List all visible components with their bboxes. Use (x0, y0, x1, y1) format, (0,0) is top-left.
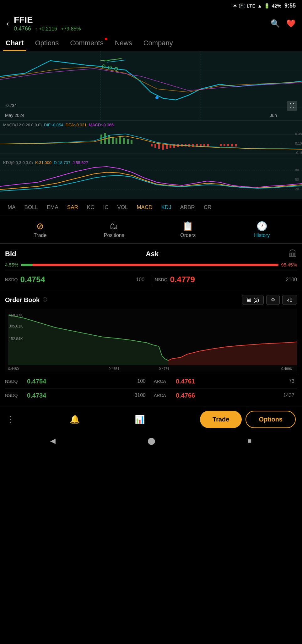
history-icon: 🕐 (256, 221, 267, 231)
ob-bid-price-2: 0.4734 (27, 392, 46, 399)
indicator-ma[interactable]: MA (3, 203, 20, 212)
ticker-info: FFIE 0.4766 ↑ +0.2116 +79.85% (14, 15, 266, 32)
bid-price: 0.4754 (20, 275, 45, 284)
svg-rect-24 (151, 144, 153, 146)
ask-price: 0.4779 (170, 275, 195, 284)
macd-label: MACD(12.0,26.0,9.0) DIF:-0.054 DEA:-0.02… (3, 123, 114, 127)
positions-icon: 🗂 (110, 221, 118, 231)
ob-filter-button[interactable]: ⚙ (266, 295, 280, 305)
svg-rect-16 (104, 133, 106, 144)
ask-exchange: NSDQ (155, 277, 167, 282)
indicator-ic[interactable]: IC (99, 203, 113, 212)
chart-price-label: -0.734 (5, 103, 17, 108)
indicator-kdj[interactable]: KDJ (157, 203, 176, 212)
indicator-macd[interactable]: MACD (132, 203, 157, 212)
trade-nav-positions[interactable]: 🗂 Positions (98, 221, 130, 238)
svg-rect-15 (100, 135, 102, 144)
bid-pct: 4.55% (5, 262, 19, 267)
signal-icon: ▲ (257, 3, 262, 8)
tab-comments[interactable]: Comments (67, 35, 106, 51)
svg-text:0.4996: 0.4996 (281, 367, 292, 371)
main-chart[interactable]: -0.734 May 2024 Jun ⛶ (0, 51, 302, 120)
trade-icon: ⊘ (36, 221, 44, 231)
lte-label: LTE (247, 3, 256, 8)
options-button[interactable]: Options (245, 411, 296, 428)
indicator-ema[interactable]: EMA (42, 203, 63, 212)
bank-btn-label: (2) (253, 297, 259, 303)
fullscreen-button[interactable]: ⛶ (287, 101, 297, 111)
indicator-vol[interactable]: VOL (113, 203, 132, 212)
svg-rect-20 (119, 136, 121, 144)
orders-label: Orders (180, 233, 196, 238)
macd-dea: DEA:-0.021 (66, 123, 87, 127)
trade-navigation: ⊘ Trade 🗂 Positions 📋 Orders 🕐 History (0, 216, 302, 244)
ask-label: Ask (146, 250, 159, 258)
ob-count-label: 40 (287, 297, 292, 303)
svg-rect-21 (123, 138, 125, 144)
favorite-icon[interactable]: ❤️ (286, 19, 296, 28)
system-recents-button[interactable]: ■ (247, 437, 251, 445)
bid-ask-bar (21, 264, 279, 266)
indicator-kc[interactable]: KC (83, 203, 99, 212)
indicator-arbr[interactable]: ARBR (176, 203, 199, 212)
ob-bid-price-1: 0.4754 (27, 378, 46, 385)
header-icons: 🔍 ❤️ (271, 19, 296, 28)
ob-bank-button[interactable]: 🏛 (2) (242, 295, 264, 305)
svg-rect-25 (154, 144, 156, 148)
svg-rect-23 (131, 140, 132, 144)
ob-row-2: NSDQ 0.4734 3100 ARCA 0.4766 1437 (5, 388, 297, 402)
indicator-cr[interactable]: CR (199, 203, 216, 212)
alert-icon[interactable]: 🔔 (70, 415, 80, 424)
ob-ask-qty-1: 73 (276, 378, 294, 384)
trade-label: Trade (34, 233, 46, 238)
svg-rect-44 (235, 144, 237, 146)
system-back-button[interactable]: ◀ (50, 437, 56, 445)
svg-rect-29 (170, 144, 171, 148)
trade-nav-history[interactable]: 🕐 History (246, 221, 278, 238)
bank-icon[interactable]: 🏛 (288, 249, 297, 259)
order-book-title: Order Book (5, 296, 40, 304)
macd-chart: MACD(12.0,26.0,9.0) DIF:-0.054 DEA:-0.02… (0, 120, 302, 158)
ob-ask-exchange-1: ARCA (154, 379, 176, 384)
trade-button[interactable]: Trade (200, 411, 242, 428)
svg-text:0.10: 0.10 (295, 141, 302, 145)
trade-nav-orders[interactable]: 📋 Orders (172, 221, 204, 238)
indicator-sar[interactable]: SAR (63, 203, 83, 212)
tab-news[interactable]: News (112, 35, 135, 51)
price-chart-svg (0, 51, 302, 120)
battery-pct: 42% (272, 3, 281, 8)
ticker-price: 0.4766 ↑ +0.2116 +79.85% (14, 25, 266, 32)
ask-pct: 95.45% (281, 262, 297, 267)
ob-count-button[interactable]: 40 (282, 295, 297, 305)
order-book-section: Order Book ⓘ 🏛 (2) ⚙ 40 458 (0, 291, 302, 406)
svg-rect-35 (192, 144, 194, 147)
ob-ask-price-1: 0.4761 (176, 378, 195, 385)
svg-point-8 (155, 96, 159, 99)
trade-nav-trade[interactable]: ⊘ Trade (24, 221, 56, 238)
bottom-navigation: ⋮ 🔔 📊 Trade Options (0, 406, 302, 432)
history-label: History (254, 233, 270, 238)
search-icon[interactable]: 🔍 (271, 19, 280, 28)
macd-val: MACD:-0.066 (89, 123, 114, 127)
ob-bid-qty-2: 3100 (127, 393, 146, 398)
menu-icon[interactable]: ⋮ (6, 415, 14, 424)
tab-options[interactable]: Options (32, 35, 61, 51)
kdj-svg: 80 50 20 (0, 160, 302, 199)
system-home-button[interactable]: ⬤ (148, 437, 155, 445)
tab-chart[interactable]: Chart (3, 35, 26, 51)
ob-chart-svg: 458.37K 305.61K 152.84K 0.4480 0.4754 0.… (5, 309, 297, 372)
back-button[interactable]: ‹ (6, 19, 9, 28)
order-book-info-icon[interactable]: ⓘ (43, 297, 47, 303)
bid-ask-bar-row: 4.55% 95.45% (5, 262, 297, 267)
watchlist-icon[interactable]: 📊 (135, 415, 145, 424)
svg-text:0.4480: 0.4480 (8, 367, 19, 371)
svg-rect-18 (112, 137, 114, 144)
ask-qty: 2100 (286, 277, 297, 283)
svg-rect-41 (224, 144, 225, 146)
svg-text:0.4761: 0.4761 (159, 367, 170, 371)
tab-company[interactable]: Company (141, 35, 175, 51)
svg-rect-17 (108, 135, 110, 144)
indicator-boll[interactable]: BOLL (20, 203, 42, 212)
price-change: ↑ +0.2116 (35, 26, 57, 32)
svg-text:305.61K: 305.61K (9, 324, 23, 328)
